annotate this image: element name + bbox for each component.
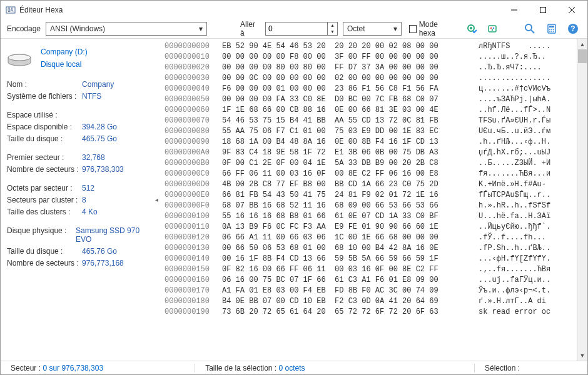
hex-bytes[interactable]: 0A 13 B9 F6 0C FC F3 AA E9 FE 01 90 90 6…: [222, 222, 472, 232]
hex-row[interactable]: 000000012006 66 A1 11 00 66 03 06 1C 00 …: [165, 232, 577, 243]
hex-ascii[interactable]: ..Ђ.Ђ.яЧ7:....: [472, 62, 577, 73]
goto-input[interactable]: [265, 22, 328, 36]
hex-row[interactable]: 000000007054 46 53 75 15 B4 41 BB AA 55 …: [165, 116, 577, 126]
hex-bytes[interactable]: 18 68 1A 00 B4 48 8A 16 0E 00 8B F4 16 1…: [222, 137, 472, 148]
hex-ascii[interactable]: .fP.Sh..h..ґBЉ..: [472, 243, 577, 254]
goto-spinner[interactable]: ▲▼: [328, 22, 338, 36]
hex-ascii[interactable]: sk read error oc: [472, 307, 577, 318]
hex-bytes[interactable]: 06 16 00 75 BC 07 1F 66 61 C3 A1 F6 01 E…: [222, 275, 472, 286]
hex-row[interactable]: 000000016006 16 00 75 BC 07 1F 66 61 C3 …: [165, 275, 577, 286]
hex-row[interactable]: 000000014000 16 1F 8B F4 CD 13 66 59 5B …: [165, 254, 577, 264]
hex-bytes[interactable]: B4 0E BB 07 00 CD 10 EB F2 C3 0D 0A 41 2…: [222, 296, 472, 307]
hex-row[interactable]: 0000000180B4 0E BB 07 00 CD 10 EB F2 C3 …: [165, 296, 577, 307]
help-button[interactable]: ?: [565, 20, 581, 38]
search-button[interactable]: [522, 20, 538, 38]
hex-row[interactable]: 000000005000 00 00 00 FA 33 C0 8E D0 BC …: [165, 94, 577, 105]
hex-row[interactable]: 00000000B00F 00 C1 2E 0F 00 04 1E 5A 33 …: [165, 158, 577, 169]
hex-row[interactable]: 00000001500F 82 16 00 66 FF 06 11 00 03 …: [165, 264, 577, 275]
hex-content[interactable]: 0000000000EB 52 90 4E 54 46 53 20 20 20 …: [161, 39, 577, 361]
hex-ascii[interactable]: ...‹фН.fY[ZfYfY.: [472, 254, 577, 264]
encoding-select[interactable]: ANSI (Windows) ▾: [46, 22, 207, 36]
disk-name-link[interactable]: Company (D:): [41, 48, 88, 56]
hex-bytes[interactable]: 68 07 BB 16 68 52 11 16 68 09 00 66 53 6…: [222, 201, 472, 211]
vertical-scrollbar[interactable]: ▲ ▼: [577, 39, 587, 361]
hex-bytes[interactable]: 66 81 FB 54 43 50 41 75 24 81 F9 02 01 7…: [222, 190, 472, 201]
hex-row[interactable]: 00000000601F 1E 68 66 00 CB 88 16 0E 00 …: [165, 105, 577, 116]
maximize-button[interactable]: [529, 1, 557, 19]
hex-bytes[interactable]: 00 00 00 00 FA 33 C0 8E D0 BC 00 7C FB 6…: [222, 94, 472, 105]
hex-row[interactable]: 000000019073 6B 20 72 65 61 64 20 65 72 …: [165, 307, 577, 318]
hex-row[interactable]: 000000001000 00 00 00 00 F8 00 00 3F 00 …: [165, 52, 577, 62]
hex-ascii[interactable]: h.».hR..h..fSfSf: [472, 201, 577, 211]
hex-ascii[interactable]: џѓД.ћX.rб;...uЫЈ: [472, 148, 577, 158]
hex-ascii[interactable]: ...uј..faГЎц.и..: [472, 275, 577, 286]
hex-ascii[interactable]: ..Б.....Z3ЫЙ. +И: [472, 158, 577, 169]
hex-bytes[interactable]: A1 FA 01 E8 03 00 F4 EB FD 8B F0 AC 3C 0…: [222, 286, 472, 296]
hex-ascii[interactable]: UЄu.чБ..u.йЭ..ѓм: [472, 126, 577, 137]
hex-ascii[interactable]: TFSu.ґA»ЄUН.r.Ѓы: [472, 116, 577, 126]
hexmode-checkbox[interactable]: Mode hexa: [409, 20, 454, 38]
scroll-thumb[interactable]: [578, 49, 587, 63]
scroll-down-icon[interactable]: ▼: [577, 350, 587, 361]
hex-row[interactable]: 0000000040F6 00 00 00 01 00 00 00 23 86 …: [165, 84, 577, 94]
splitter[interactable]: ◂: [157, 39, 161, 361]
hex-row[interactable]: 00000000A09F 83 C4 18 9E 58 1F 72 E1 3B …: [165, 148, 577, 158]
close-button[interactable]: [557, 1, 586, 19]
hex-bytes[interactable]: F6 00 00 00 01 00 00 00 23 86 F1 56 C8 F…: [222, 84, 472, 94]
hex-row[interactable]: 000000009018 68 1A 00 B4 48 8A 16 0E 00 …: [165, 137, 577, 148]
hex-ascii[interactable]: .fЎ..f....fh...: [472, 232, 577, 243]
hex-bytes[interactable]: 9F 83 C4 18 9E 58 1F 72 E1 3B 06 0B 00 7…: [222, 148, 472, 158]
hex-ascii[interactable]: ................: [472, 73, 577, 84]
hex-bytes[interactable]: 1F 1E 68 66 00 CB 88 16 0E 00 66 81 3E 0…: [222, 105, 472, 116]
hex-ascii[interactable]: ц.......#†сVИсVъ: [472, 84, 577, 94]
hex-ascii[interactable]: лRђNTFS .....: [472, 41, 577, 52]
minimize-button[interactable]: [500, 1, 529, 19]
hex-ascii[interactable]: fЃыTCPAu$Ѓщ..r..: [472, 190, 577, 201]
hex-row[interactable]: 0000000170A1 FA 01 E8 03 00 F4 EB FD 8B …: [165, 286, 577, 296]
hex-row[interactable]: 00000001100A 13 B9 F6 0C FC F3 AA E9 FE …: [165, 222, 577, 232]
hex-ascii[interactable]: .h..ґHЉ...‹ф..Н.: [472, 137, 577, 148]
hex-row[interactable]: 000000013000 66 50 06 53 68 01 00 68 10 …: [165, 243, 577, 254]
hex-bytes[interactable]: 00 00 00 00 00 F8 00 00 3F 00 FF 00 00 0…: [222, 52, 472, 62]
hex-row[interactable]: 0000000000EB 52 90 4E 54 46 53 20 20 20 …: [165, 41, 577, 52]
hex-row[interactable]: 00000000C066 FF 06 11 00 03 16 0F 00 8E …: [165, 169, 577, 179]
hex-bytes[interactable]: 4B 00 2B C8 77 EF B8 00 BB CD 1A 66 23 C…: [222, 179, 472, 190]
spinner-down-icon[interactable]: ▼: [328, 29, 337, 35]
hex-ascii[interactable]: .‚..fя.......ЋВя: [472, 264, 577, 275]
hex-row[interactable]: 000000008055 AA 75 06 F7 C1 01 00 75 03 …: [165, 126, 577, 137]
hex-row[interactable]: 00000000F068 07 BB 16 68 52 11 16 68 09 …: [165, 201, 577, 211]
hex-bytes[interactable]: 00 00 0C 00 00 00 00 00 02 00 00 00 00 0…: [222, 73, 472, 84]
hex-row[interactable]: 000000002000 00 00 00 80 00 80 00 FF D7 …: [165, 62, 577, 73]
unit-select[interactable]: Octet ▾: [343, 22, 402, 36]
hex-ascii[interactable]: fя.......ЋВя...и: [472, 169, 577, 179]
hex-ascii[interactable]: ....ъЗАЋРј.|ыhА.: [472, 94, 577, 105]
hex-row[interactable]: 00000000D04B 00 2B C8 77 EF B8 00 BB CD …: [165, 179, 577, 190]
hex-bytes[interactable]: 54 46 53 75 15 B4 41 BB AA 55 CD 13 72 0…: [222, 116, 472, 126]
hex-bytes[interactable]: 06 66 A1 11 00 66 03 06 1C 00 1E 66 68 0…: [222, 232, 472, 243]
calc-button[interactable]: [544, 20, 560, 38]
hex-ascii[interactable]: ґ.».Н.лтГ..A di: [472, 296, 577, 307]
hex-bytes[interactable]: 55 16 16 16 68 B8 01 66 61 0E 07 CD 1A 3…: [222, 211, 472, 222]
hex-row[interactable]: 00000000E066 81 FB 54 43 50 41 75 24 81 …: [165, 190, 577, 201]
disk-type-link[interactable]: Disque local: [41, 60, 88, 69]
hex-row[interactable]: 000000003000 00 0C 00 00 00 00 00 02 00 …: [165, 73, 577, 84]
scroll-up-icon[interactable]: ▲: [577, 39, 587, 49]
hex-bytes[interactable]: 66 FF 06 11 00 03 16 0F 00 8E C2 FF 06 1…: [222, 169, 472, 179]
hex-bytes[interactable]: EB 52 90 4E 54 46 53 20 20 20 20 00 02 0…: [222, 41, 472, 52]
hex-ascii[interactable]: .....ш..?.я.Ђ..: [472, 52, 577, 62]
hex-bytes[interactable]: 0F 82 16 00 66 FF 06 11 00 03 16 0F 00 8…: [222, 264, 472, 275]
hex-ascii[interactable]: U...hё.fa..Н.ЗАї: [472, 211, 577, 222]
hex-bytes[interactable]: 00 00 00 00 80 00 80 00 FF D7 37 3A 00 0…: [222, 62, 472, 73]
hex-ascii[interactable]: ..ЙцьуЄйю..ђђf`.: [472, 222, 577, 232]
palette-button[interactable]: [485, 20, 501, 38]
hex-bytes[interactable]: 0F 00 C1 2E 0F 00 04 1E 5A 33 DB B9 00 2…: [222, 158, 472, 169]
hex-ascii[interactable]: Ўъ.и..флэ‹р¬<.t.: [472, 286, 577, 296]
hex-bytes[interactable]: 55 AA 75 06 F7 C1 01 00 75 03 E9 DD 00 1…: [222, 126, 472, 137]
hex-ascii[interactable]: K.+Ипё.»Н.f#Аu-: [472, 179, 577, 190]
hex-bytes[interactable]: 73 6B 20 72 65 61 64 20 65 72 72 6F 72 2…: [222, 307, 472, 318]
hex-bytes[interactable]: 00 66 50 06 53 68 01 00 68 10 00 B4 42 8…: [222, 243, 472, 254]
hex-ascii[interactable]: ..hf.Лё...fЃ>..N: [472, 105, 577, 116]
settings-button[interactable]: [464, 20, 480, 38]
hex-row[interactable]: 000000010055 16 16 16 68 B8 01 66 61 0E …: [165, 211, 577, 222]
hex-bytes[interactable]: 00 16 1F 8B F4 CD 13 66 59 5B 5A 66 59 6…: [222, 254, 472, 264]
